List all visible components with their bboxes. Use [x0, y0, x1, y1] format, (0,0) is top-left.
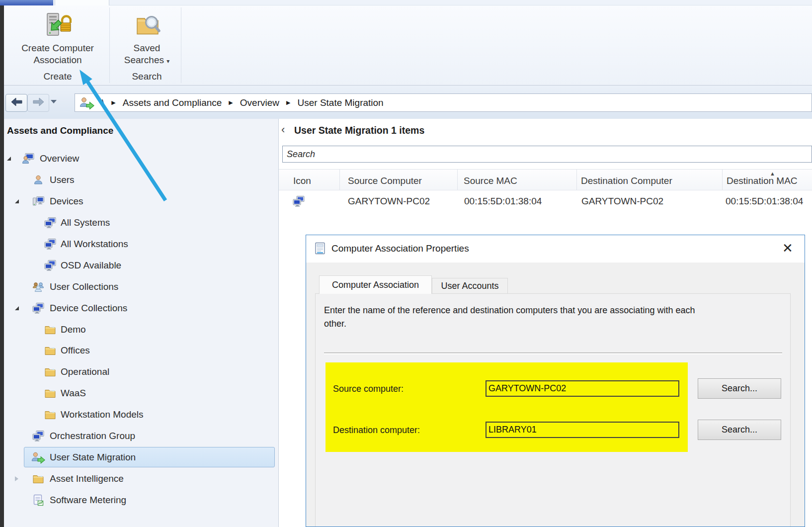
- forward-arrow-icon: [32, 97, 45, 109]
- computers-icon: [43, 259, 58, 272]
- saved-searches-label-line1: Saved: [116, 42, 178, 54]
- tab-user-accounts[interactable]: User Accounts: [432, 278, 508, 294]
- cell-source-computer: GARYTOWN-PC02: [339, 190, 466, 212]
- ribbon-tab-strip: [0, 0, 812, 5]
- sidebar-item-label: User State Migration: [50, 452, 136, 463]
- breadcrumb: \ ▶ Assets and Compliance ▶ Overview ▶ U…: [75, 93, 812, 112]
- cell-source-mac: 00:15:5D:01:38:04: [457, 190, 583, 212]
- folder-icon: [43, 323, 58, 337]
- breadcrumb-item-overview[interactable]: Overview: [240, 97, 279, 108]
- column-header-source-computer[interactable]: Source Computer: [339, 170, 457, 190]
- saved-searches-label-line2: Searches: [124, 55, 164, 65]
- computers-icon: [31, 301, 46, 315]
- breadcrumb-user-icon: [79, 96, 95, 109]
- folder-icon: [31, 472, 46, 486]
- folder-icon: [43, 386, 58, 400]
- sidebar-item-label: All Workstations: [61, 239, 128, 250]
- destination-search-button[interactable]: Search...: [698, 420, 781, 440]
- overview-icon: [21, 152, 36, 166]
- sidebar-collapse-icon[interactable]: ‹: [281, 124, 285, 135]
- sidebar-item-asset-intelligence[interactable]: Asset Intelligence: [4, 468, 278, 489]
- column-header-destination-mac[interactable]: Destination MAC: [722, 170, 812, 190]
- ribbon-group-create-label: Create: [8, 71, 107, 82]
- folder-icon: [43, 344, 58, 357]
- computers-icon: [43, 216, 58, 230]
- ribbon-group-search-label: Search: [116, 71, 178, 82]
- user-collections-icon: [31, 280, 46, 294]
- close-icon[interactable]: ✕: [778, 238, 798, 258]
- breadcrumb-item-user-state-migration[interactable]: User State Migration: [297, 97, 383, 108]
- software-metering-icon: [31, 493, 46, 507]
- source-search-button[interactable]: Search...: [698, 378, 781, 399]
- window-left-edge: [0, 5, 4, 527]
- sidebar-item-workstation-models[interactable]: Workstation Models: [4, 404, 278, 426]
- tab-computer-association[interactable]: Computer Association: [319, 275, 432, 294]
- device-icon: [31, 194, 46, 208]
- cell-destination-computer: GARYTOWN-PC02: [576, 190, 727, 212]
- history-dropdown-icon[interactable]: [51, 100, 57, 103]
- sidebar-title: Assets and Compliance: [7, 125, 113, 136]
- user-icon: [31, 173, 46, 187]
- breadcrumb-separator-icon: ▶: [111, 99, 115, 106]
- back-button[interactable]: [5, 94, 27, 112]
- source-computer-label: Source computer:: [333, 384, 404, 394]
- sidebar-item-label: Asset Intelligence: [50, 473, 124, 484]
- cell-destination-mac: 00:15:5D:01:38:04: [722, 190, 812, 212]
- sidebar-item-label: WaaS: [61, 388, 86, 399]
- create-button-label-line1: Create Computer: [8, 42, 107, 54]
- collapse-tree-icon[interactable]: [15, 306, 19, 310]
- sidebar-item-waas[interactable]: WaaS: [4, 383, 278, 404]
- search-input[interactable]: [282, 146, 812, 163]
- sidebar-item-osd-available[interactable]: OSD Available: [4, 255, 278, 276]
- computers-icon: [43, 237, 58, 251]
- source-computer-input[interactable]: [486, 380, 679, 397]
- highlight-annotation: [325, 362, 688, 452]
- destination-computer-input[interactable]: [486, 422, 679, 438]
- sidebar-item-users[interactable]: Users: [4, 170, 278, 191]
- collapse-tree-icon[interactable]: [15, 199, 19, 203]
- separator-line: [324, 352, 782, 354]
- sidebar-item-operational[interactable]: Operational: [4, 361, 278, 383]
- sidebar-item-all-systems[interactable]: All Systems: [4, 212, 278, 234]
- sidebar-item-overview[interactable]: Overview: [4, 148, 278, 170]
- back-arrow-icon: [10, 97, 23, 109]
- ribbon-tab-active[interactable]: [0, 0, 53, 5]
- computer-association-properties-dialog: Computer Association Properties ✕ Comput…: [306, 235, 805, 527]
- column-header-source-mac[interactable]: Source MAC: [457, 170, 576, 190]
- sidebar-item-label: Software Metering: [50, 495, 126, 506]
- sidebar-item-demo[interactable]: Demo: [4, 319, 278, 340]
- sidebar-item-orchestration-group[interactable]: Orchestration Group: [4, 426, 278, 447]
- sidebar-item-devices[interactable]: Devices: [4, 191, 278, 212]
- dialog-title: Computer Association Properties: [331, 243, 469, 254]
- folder-icon: [43, 365, 58, 379]
- breadcrumb-item-assets-and-compliance[interactable]: Assets and Compliance: [123, 97, 222, 108]
- sidebar-item-label: Overview: [40, 153, 79, 164]
- sidebar-item-user-collections[interactable]: User Collections: [4, 276, 278, 297]
- sidebar-item-user-state-migration[interactable]: User State Migration: [4, 446, 278, 468]
- sidebar-item-software-metering[interactable]: Software Metering: [4, 489, 278, 511]
- sidebar-item-label: Orchestration Group: [50, 431, 135, 441]
- breadcrumb-root[interactable]: \: [102, 97, 104, 108]
- column-header-destination-computer[interactable]: Destination Computer: [576, 170, 722, 190]
- sidebar-item-device-collections[interactable]: Device Collections: [4, 297, 278, 319]
- sidebar-item-offices[interactable]: Offices: [4, 340, 278, 361]
- table-row[interactable]: GARYTOWN-PC0200:15:5D:01:38:04GARYTOWN-P…: [279, 190, 812, 212]
- sidebar-item-label: Workstation Models: [61, 409, 144, 420]
- sidebar-item-label: Users: [50, 175, 75, 185]
- saved-searches-caret-icon: ▾: [166, 58, 169, 65]
- forward-button[interactable]: [27, 94, 49, 112]
- collapse-tree-icon[interactable]: [7, 157, 11, 161]
- sidebar-item-label: Devices: [50, 196, 83, 207]
- breadcrumb-separator-icon: ▶: [229, 99, 233, 106]
- table-header-row: ▲ IconSource ComputerSource MACDestinati…: [279, 169, 812, 190]
- destination-computer-label: Destination computer:: [333, 425, 420, 436]
- sidebar-item-label: OSD Available: [61, 260, 121, 271]
- column-header-icon[interactable]: Icon: [279, 170, 339, 190]
- sidebar-item-all-workstations[interactable]: All Workstations: [4, 234, 278, 255]
- ribbon-tab-inactive[interactable]: [55, 0, 109, 5]
- expand-tree-icon[interactable]: [15, 476, 18, 481]
- navigation-tree: OverviewUsersDevicesAll SystemsAll Works…: [4, 148, 278, 511]
- saved-searches-icon: [116, 11, 178, 40]
- dialog-doc-icon: [314, 242, 326, 258]
- sidebar-item-label: Offices: [61, 345, 90, 356]
